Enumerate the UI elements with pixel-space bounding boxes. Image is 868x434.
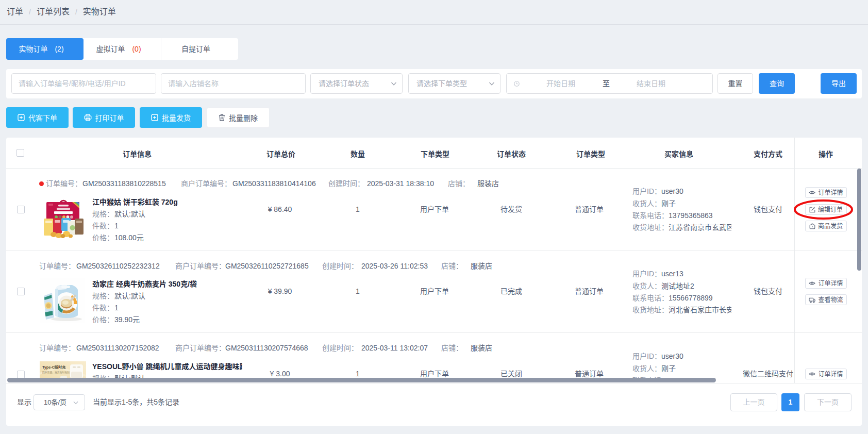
- svg-text:Type-C随时充: Type-C随时充: [42, 365, 65, 370]
- svg-text:四季常备，充实每时每刻: 四季常备，充实每时每刻: [42, 371, 70, 374]
